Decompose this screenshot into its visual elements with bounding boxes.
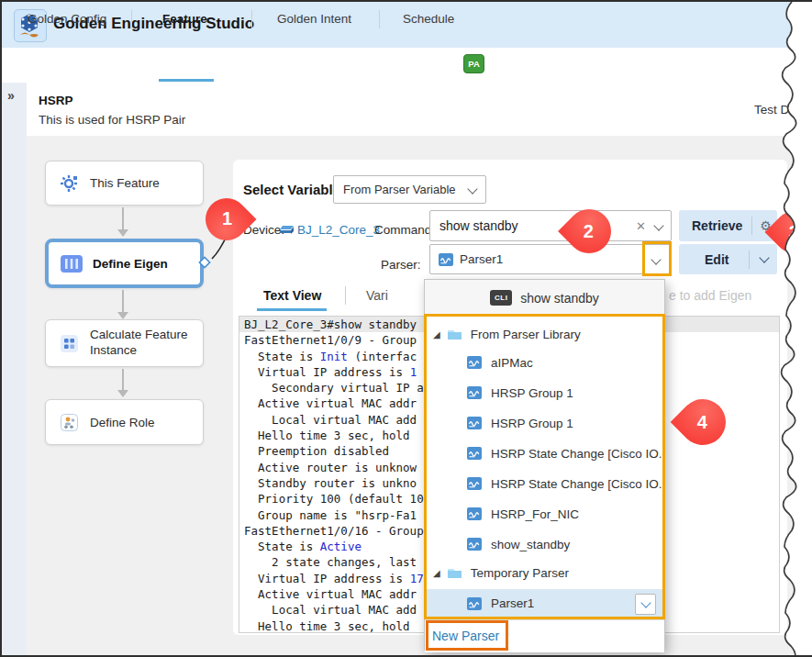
step-this-feature[interactable]: This Feature [45, 161, 204, 206]
step-define-role[interactable]: Define Role [45, 399, 204, 445]
step-label: Define Eigen [93, 257, 168, 271]
device-name-link[interactable]: BJ_L2_Core_3 [297, 223, 380, 237]
step-label: Calculate Feature Instance [90, 328, 200, 359]
step-calculate-feature-instance[interactable]: Calculate Feature Instance [45, 319, 204, 367]
parser-item-label: HSRP_For_NIC [491, 507, 579, 521]
workflow-arrowhead [117, 229, 128, 237]
feature-title: HSRP [39, 94, 73, 107]
command-label: Command: [374, 223, 435, 237]
folder-icon [447, 566, 462, 579]
selected-parser-chevron[interactable] [635, 594, 656, 615]
button-divider [751, 217, 752, 235]
parser-icon [467, 356, 482, 369]
command-value: show standby [439, 218, 518, 233]
parser-value: Parser1 [460, 252, 503, 266]
parser-dropdown-trigger[interactable]: Parser1 [429, 244, 672, 274]
parser-item-show-standby[interactable]: show_standby [425, 532, 664, 556]
workflow-arrowhead [117, 390, 128, 397]
feature-header-right-text: Test De [754, 103, 796, 117]
grid-icon [57, 335, 81, 352]
active-tab-underline [159, 79, 214, 82]
edit-button[interactable]: Edit [679, 244, 777, 274]
step-label: Define Role [90, 416, 155, 429]
chevron-down-icon [467, 184, 477, 194]
cli-icon: CLI [490, 290, 512, 306]
chevron-down-icon[interactable] [760, 252, 770, 262]
command-input[interactable]: show standby ✕ [429, 210, 672, 241]
select-variable-value: From Parser Variable [343, 183, 456, 196]
parser-item-label: HSRP State Change [Cisco IO... [491, 447, 664, 461]
workflow-arrow [122, 290, 124, 312]
parser-icon [467, 597, 482, 610]
retrieve-label: Retrieve [692, 218, 742, 233]
viewer-tab-divider [345, 286, 346, 305]
parser-item-hrsp-group-1[interactable]: HRSP Group 1 [425, 381, 664, 405]
add-eigen-hint: e to add Eigen [669, 288, 751, 303]
parser-item-label: show_standby [491, 538, 570, 551]
feature-header-band [27, 83, 812, 137]
clear-command-icon[interactable]: ✕ [636, 219, 646, 233]
role-person-icon [57, 414, 81, 431]
parser-item-label: HRSP Group 1 [491, 386, 573, 400]
chevron-down-icon[interactable] [651, 254, 661, 264]
main-tabbar [2, 48, 812, 84]
parser-item-aipmac[interactable]: aIPMac [425, 351, 664, 374]
parser-icon [467, 477, 482, 490]
feature-gear-icon [57, 174, 81, 193]
tab-text-view[interactable]: Text View [263, 288, 321, 303]
parser-icon [467, 507, 482, 520]
schedule-pa-badge: PA [463, 54, 484, 73]
new-parser-link[interactable]: New Parser [432, 629, 499, 643]
parser-icon [467, 538, 482, 551]
parser-icon [439, 253, 453, 266]
step-define-eigen[interactable]: Define Eigen [45, 239, 204, 288]
parser-item-label: Parser1 [491, 596, 534, 610]
parser-icon [467, 386, 482, 399]
tab-divider [131, 10, 132, 28]
eigen-bars-icon [60, 255, 83, 273]
feature-description: This is used for HSRP Pair [39, 113, 185, 127]
tab-feature[interactable]: Feature [162, 12, 207, 26]
parser-item-parser1[interactable]: Parser1 [425, 589, 664, 618]
collapsed-side-rail [2, 83, 28, 657]
parser-item-label: HSRP Group 1 [491, 417, 573, 430]
parser-dropdown-panel: CLI show standby ◢From Parser LibraryaIP… [424, 279, 665, 651]
parser-item-hsrp-group-1[interactable]: HSRP Group 1 [425, 411, 664, 435]
parser-item-label: aIPMac [491, 356, 533, 370]
tab-golden-config[interactable]: Golden Config [28, 12, 106, 26]
tab-schedule[interactable]: Schedule [403, 12, 454, 26]
app-window: Golden Engineering Studio Golden Config … [0, 0, 812, 657]
tab-divider [251, 10, 252, 28]
parser-group-header[interactable]: ◢Temporary Parser [425, 561, 664, 585]
viewer-tab-underline [257, 308, 327, 311]
workflow-arrowhead [117, 312, 128, 319]
parser-item-hsrp-state-change-cisco-io-[interactable]: HSRP State Change [Cisco IO... [425, 472, 664, 496]
tab-variable-view[interactable]: Vari [366, 288, 388, 303]
parser-group-header[interactable]: ◢From Parser Library [425, 322, 664, 346]
retrieve-button[interactable]: Retrieve ⚙ [679, 210, 777, 241]
dropdown-footer: New Parser [425, 619, 664, 652]
parser-item-hsrp-for-nic[interactable]: HSRP_For_NIC [425, 502, 664, 526]
folder-icon [447, 328, 462, 340]
parser-group-label: From Parser Library [471, 328, 581, 341]
tree-caret-icon: ◢ [433, 568, 440, 578]
device-icon [280, 226, 294, 236]
dropdown-command-item[interactable]: CLI show standby [425, 280, 664, 317]
chevron-down-icon[interactable] [653, 220, 663, 230]
select-variable-dropdown[interactable]: From Parser Variable [333, 175, 486, 204]
workflow-arrow [122, 207, 124, 229]
edit-label: Edit [705, 252, 729, 267]
parser-item-label: HSRP State Change [Cisco IO... [491, 477, 664, 491]
dropdown-command-label: show standby [520, 291, 599, 306]
parser-group-label: Temporary Parser [471, 566, 569, 580]
parser-icon [467, 417, 482, 429]
workflow-arrow [122, 369, 124, 390]
expand-panel-button[interactable]: » [7, 88, 15, 103]
tab-golden-intent[interactable]: Golden Intent [277, 12, 351, 26]
parser-tree: ◢From Parser LibraryaIPMacHRSP Group 1HS… [425, 316, 664, 619]
tree-caret-icon: ◢ [433, 329, 440, 340]
parser-item-hsrp-state-change-cisco-io-[interactable]: HSRP State Change [Cisco IO... [425, 441, 664, 465]
select-variable-label: Select Variable [243, 182, 340, 197]
step-label: This Feature [90, 176, 160, 190]
parser-icon [467, 447, 482, 460]
